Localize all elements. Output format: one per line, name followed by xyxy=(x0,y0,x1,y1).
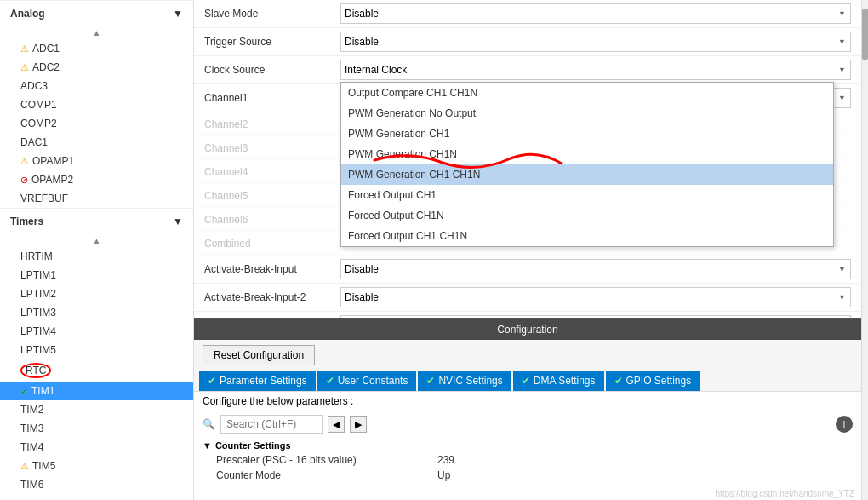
sidebar-item-label: OPAMP1 xyxy=(32,155,74,167)
sidebar-item-label: TIM2 xyxy=(20,404,43,416)
tab-check-icon: ✔ xyxy=(326,375,334,387)
dropdown-item[interactable]: PWM Generation CH1N xyxy=(341,144,833,164)
trigger-source-select[interactable]: Disable xyxy=(340,32,851,52)
dropdown-item[interactable]: Forced Output CH1 CH1N xyxy=(341,226,833,246)
dropdown-item[interactable]: PWM Generation CH1 xyxy=(341,124,833,144)
sidebar-item-lptim3[interactable]: LPTIM3 xyxy=(0,303,193,322)
search-input[interactable] xyxy=(220,415,323,434)
tab-label: Parameter Settings xyxy=(220,375,307,387)
counter-section-header[interactable]: ▼ Counter Settings xyxy=(203,440,853,451)
prescaler-value: 239 xyxy=(437,454,454,466)
channel2-dropdown[interactable]: Output Compare CH1 CH1NPWM Generation No… xyxy=(340,82,834,247)
next-search-button[interactable]: ▶ xyxy=(350,416,367,433)
sidebar-item-tim4[interactable]: TIM4 xyxy=(0,438,193,457)
activate-break2-row: Activate-Break-Input-2 Disable xyxy=(194,284,861,312)
analog-chevron-icon: ▼ xyxy=(173,8,183,20)
tab-check-icon: ✔ xyxy=(522,375,530,387)
clock-source-select-wrapper[interactable]: Internal Clock xyxy=(340,60,851,80)
tab-check-icon: ✔ xyxy=(208,375,216,387)
sidebar-item-opamp1[interactable]: ⚠OPAMP1 xyxy=(0,152,193,170)
counter-mode-label: Counter Mode xyxy=(216,469,437,481)
sidebar-item-tim5[interactable]: ⚠TIM5 xyxy=(0,457,193,475)
scrollbar[interactable] xyxy=(861,0,868,500)
activate-break-select[interactable]: Disable xyxy=(340,259,851,279)
sidebar-item-label: RTC xyxy=(20,363,51,378)
sidebar-item-tim2[interactable]: TIM2 xyxy=(0,400,193,419)
tab-check-icon: ✔ xyxy=(426,375,435,387)
channel3-label: Channel3 xyxy=(204,142,340,154)
main-panel: Slave Mode Disable Trigger Source Disabl… xyxy=(194,0,861,500)
sidebar-item-tim1[interactable]: ✓TIM1 xyxy=(0,382,193,400)
dropdown-item[interactable]: Forced Output CH1 xyxy=(341,185,833,205)
sidebar-item-lptim1[interactable]: LPTIM1 xyxy=(0,266,193,284)
sidebar-item-comp2[interactable]: COMP2 xyxy=(0,114,193,133)
check-icon: ✓ xyxy=(20,386,28,397)
slave-mode-select[interactable]: Disable xyxy=(340,3,851,24)
sidebar-item-hrtim[interactable]: HRTIM xyxy=(0,247,193,266)
sidebar: Analog ▼ ▲ ⚠ADC1⚠ADC2ADC3COMP1COMP2DAC1⚠… xyxy=(0,0,194,500)
sidebar-item-adc3[interactable]: ADC3 xyxy=(0,77,193,95)
warn-icon: ⚠ xyxy=(20,461,29,472)
clock-source-select[interactable]: Internal Clock xyxy=(340,60,851,80)
sidebar-item-dac1[interactable]: DAC1 xyxy=(0,133,193,152)
activate-break2-select-wrapper[interactable]: Disable xyxy=(340,287,851,307)
dropdown-item[interactable]: Output Compare CH1 CH1N xyxy=(341,83,833,103)
sidebar-item-label: OPAMP2 xyxy=(31,174,73,186)
timers-section-header[interactable]: Timers ▼ xyxy=(0,208,193,234)
analog-items-list: ⚠ADC1⚠ADC2ADC3COMP1COMP2DAC1⚠OPAMP1⊘OPAM… xyxy=(0,39,193,208)
sidebar-item-label: TIM4 xyxy=(20,441,43,453)
sidebar-item-comp1[interactable]: COMP1 xyxy=(0,95,193,114)
analog-section-header[interactable]: Analog ▼ xyxy=(0,0,193,26)
tab-dma-settings[interactable]: ✔DMA Settings xyxy=(513,371,604,391)
sidebar-item-lptim4[interactable]: LPTIM4 xyxy=(0,322,193,341)
tab-label: DMA Settings xyxy=(534,375,596,387)
scrollbar-thumb[interactable] xyxy=(862,9,868,60)
sidebar-item-adc2[interactable]: ⚠ADC2 xyxy=(0,58,193,77)
tab-parameter-settings[interactable]: ✔Parameter Settings xyxy=(199,371,316,391)
watermark-text: https://blog.csdn.net/handsome_YTZ xyxy=(716,489,854,498)
activate-break2-select[interactable]: Disable xyxy=(340,287,851,307)
sidebar-item-tim6[interactable]: TIM6 xyxy=(0,475,193,494)
sidebar-item-rtc[interactable]: RTC xyxy=(0,359,193,382)
slave-mode-select-wrapper[interactable]: Disable xyxy=(340,3,851,24)
sidebar-item-adc1[interactable]: ⚠ADC1 xyxy=(0,39,193,58)
tab-user-constants[interactable]: ✔User Constants xyxy=(317,371,417,391)
use-etr-select-wrapper[interactable]: Disable xyxy=(340,315,851,318)
sidebar-item-label: LPTIM4 xyxy=(20,325,56,337)
activate-break-select-wrapper[interactable]: Disable xyxy=(340,259,851,279)
tab-nvic-settings[interactable]: ✔NVIC Settings xyxy=(418,371,511,391)
sidebar-item-label: ADC3 xyxy=(20,80,48,92)
sidebar-item-label: LPTIM5 xyxy=(20,344,56,356)
dropdown-item[interactable]: PWM Generation CH1 CH1N xyxy=(341,164,833,185)
counter-mode-value: Up xyxy=(437,469,450,481)
tabs-row: ✔Parameter Settings✔User Constants✔NVIC … xyxy=(194,371,861,392)
analog-scroll-up[interactable]: ▲ xyxy=(0,26,193,39)
prev-search-button[interactable]: ◀ xyxy=(328,416,345,433)
trigger-source-select-wrapper[interactable]: Disable xyxy=(340,32,851,52)
sidebar-item-vrefbuf[interactable]: VREFBUF xyxy=(0,189,193,208)
configure-label-row: Configure the below parameters : xyxy=(194,392,861,411)
use-etr-select[interactable]: Disable xyxy=(340,315,851,318)
timers-scroll-up[interactable]: ▲ xyxy=(0,234,193,247)
tab-label: NVIC Settings xyxy=(438,375,502,387)
reset-configuration-button[interactable]: Reset Configuration xyxy=(203,345,315,365)
sidebar-item-lptim2[interactable]: LPTIM2 xyxy=(0,284,193,303)
sidebar-item-lptim5[interactable]: LPTIM5 xyxy=(0,341,193,359)
sidebar-item-label: TIM6 xyxy=(20,479,43,491)
timers-label: Timers xyxy=(10,216,43,227)
tab-gpio-settings[interactable]: ✔GPIO Settings xyxy=(606,371,700,391)
configure-label: Configure the below parameters : xyxy=(203,395,353,407)
warn-icon: ⚠ xyxy=(20,62,29,73)
sidebar-item-opamp2[interactable]: ⊘OPAMP2 xyxy=(0,170,193,189)
info-button[interactable]: i xyxy=(836,416,853,433)
sidebar-item-tim3[interactable]: TIM3 xyxy=(0,419,193,438)
channel1-label: Channel1 xyxy=(204,92,340,104)
activate-break2-label: Activate-Break-Input-2 xyxy=(204,291,340,303)
dropdown-item[interactable]: PWM Generation No Output xyxy=(341,103,833,124)
search-icon: 🔍 xyxy=(203,418,215,430)
dropdown-item[interactable]: Forced Output CH1N xyxy=(341,205,833,226)
activate-break-row: Activate-Break-Input Disable xyxy=(194,256,861,284)
timer-items-list: HRTIMLPTIM1LPTIM2LPTIM3LPTIM4LPTIM5RTC✓T… xyxy=(0,247,193,494)
sidebar-item-label: TIM1 xyxy=(31,385,54,397)
slave-mode-row: Slave Mode Disable xyxy=(194,0,861,28)
